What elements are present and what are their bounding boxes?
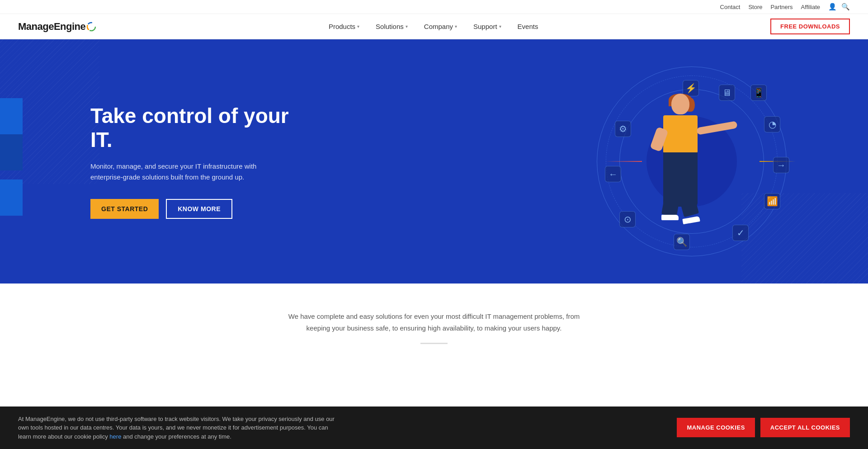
icon-node-arrow-left: ← [605,166,621,182]
affiliate-link[interactable]: Affiliate [801,4,820,10]
icon-node-mobile: 📱 [750,85,767,101]
icon-node-wifi: 📶 [764,193,780,209]
nav-solutions[interactable]: Solutions ▾ [376,23,408,30]
hero-section: Take control of your IT. Monitor, manage… [0,39,868,284]
hero-content: Take control of your IT. Monitor, manage… [90,104,307,219]
contact-link[interactable]: Contact [720,4,741,10]
woman-figure [640,94,721,229]
main-nav: Products ▾ Solutions ▾ Company ▾ Support… [329,23,538,30]
icon-node-monitor: 🖥 [719,85,735,101]
get-started-button[interactable]: GET STARTED [90,199,159,219]
user-icon[interactable]: 👤 [828,3,837,11]
nav-products[interactable]: Products ▾ [329,23,359,30]
hero-illustration: ⚡ 🖥 📱 ◔ → 📶 ✓ 🔍 ⊙ ← ⚙ [570,66,814,256]
hero-left-decoration [0,98,23,225]
hero-subtitle: Monitor, manage, and secure your IT infr… [90,161,262,183]
hero-buttons: GET STARTED KNOW MORE [90,199,307,219]
solutions-chevron-icon: ▾ [406,24,408,29]
description-section: We have complete and easy solutions for … [0,284,868,358]
section-divider [420,343,448,344]
woman-shoe-right [682,216,700,224]
top-bar: Contact Store Partners Affiliate 👤 🔍 [0,0,868,14]
free-downloads-button[interactable]: FREE DOWNLOADS [770,19,850,34]
search-icon[interactable]: 🔍 [841,3,850,11]
icon-node-tool: 🔍 [674,234,690,250]
nav-support[interactable]: Support ▾ [473,23,501,30]
hero-line-left [606,161,642,162]
products-chevron-icon: ▾ [357,24,359,29]
know-more-button[interactable]: KNOW MORE [166,199,232,219]
icon-node-arrow: → [773,157,789,173]
logo[interactable]: ManageEngine [18,21,96,33]
header: ManageEngine Products ▾ Solutions ▾ Comp… [0,14,868,39]
hero-title: Take control of your IT. [90,104,307,152]
icon-node-data: ⊙ [619,211,636,227]
woman-leg-left [661,192,680,217]
company-chevron-icon: ▾ [455,24,457,29]
top-bar-icons: 👤 🔍 [828,3,850,11]
support-chevron-icon: ▾ [499,24,501,29]
icon-node-chart: ◔ [764,116,780,132]
icon-node-settings: ⚙ [615,121,631,137]
icon-node-check: ✓ [732,225,749,241]
description-text: We have complete and easy solutions for … [276,311,592,334]
partners-link[interactable]: Partners [770,4,793,10]
nav-company[interactable]: Company ▾ [424,23,457,30]
nav-events[interactable]: Events [518,23,538,30]
store-link[interactable]: Store [748,4,762,10]
logo-text: ManageEngine [18,21,85,33]
logo-ring-icon [86,22,96,32]
woman-torso [663,115,698,156]
woman-head [671,94,689,114]
woman-shoe-left [661,215,679,220]
